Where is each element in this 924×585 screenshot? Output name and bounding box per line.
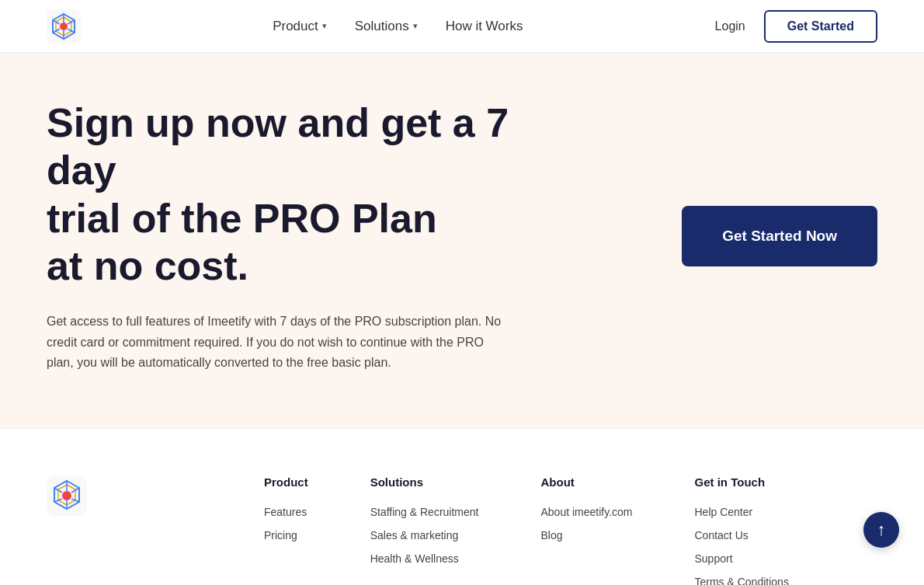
footer-top: Product Features Pricing Solutions Staff… (47, 475, 877, 585)
footer-link-help-center[interactable]: Help Center (695, 506, 789, 518)
footer: Product Features Pricing Solutions Staff… (0, 428, 924, 585)
nav-item-how-it-works[interactable]: How it Works (446, 19, 523, 34)
footer-col-product-heading: Product (264, 475, 308, 489)
footer-touch-list: Help Center Contact Us Support Terms & C… (695, 506, 789, 585)
footer-link-about-imeetify[interactable]: About imeetify.com (540, 506, 632, 518)
hero-heading: Sign up now and get a 7 day trial of the… (47, 99, 575, 290)
nav-item-product[interactable]: Product ▾ (273, 19, 327, 34)
footer-solutions-list: Staffing & Recruitment Sales & marketing… (370, 506, 479, 565)
footer-col-about: About About imeetify.com Blog (540, 475, 632, 585)
footer-link-health[interactable]: Health & Wellness (370, 552, 479, 565)
footer-link-terms[interactable]: Terms & Conditions (695, 576, 789, 585)
footer-link-blog[interactable]: Blog (540, 529, 632, 541)
svg-point-3 (60, 23, 68, 30)
hero-cta-button[interactable]: Get Started Now (682, 206, 877, 266)
footer-link-staffing[interactable]: Staffing & Recruitment (370, 506, 479, 518)
chevron-down-icon: ▾ (413, 21, 418, 31)
footer-col-solutions: Solutions Staffing & Recruitment Sales &… (370, 475, 479, 585)
login-button[interactable]: Login (715, 19, 745, 33)
nav-links: Product ▾ Solutions ▾ How it Works (273, 19, 523, 34)
footer-product-list: Features Pricing (264, 506, 308, 541)
scroll-to-top-button[interactable]: ↑ (863, 512, 899, 548)
footer-col-get-in-touch: Get in Touch Help Center Contact Us Supp… (695, 475, 789, 585)
footer-col-touch-heading: Get in Touch (695, 475, 789, 489)
nav-actions: Login Get Started (715, 10, 877, 43)
get-started-button[interactable]: Get Started (764, 10, 877, 43)
footer-link-pricing[interactable]: Pricing (264, 529, 308, 541)
chevron-down-icon: ▾ (322, 21, 327, 31)
footer-link-contact-us[interactable]: Contact Us (695, 529, 789, 541)
footer-logo-column (47, 475, 217, 585)
hero-text: Sign up now and get a 7 day trial of the… (47, 99, 575, 374)
footer-link-features[interactable]: Features (264, 506, 308, 518)
footer-col-product: Product Features Pricing (264, 475, 308, 585)
hero-section: Sign up now and get a 7 day trial of the… (0, 53, 924, 428)
footer-link-support[interactable]: Support (695, 552, 789, 565)
nav-logo[interactable] (47, 9, 81, 44)
footer-about-list: About imeetify.com Blog (540, 506, 632, 541)
svg-point-13 (62, 491, 71, 500)
logo-icon (47, 9, 81, 44)
hero-subtext: Get access to full features of Imeetify … (47, 312, 512, 373)
footer-columns: Product Features Pricing Solutions Staff… (264, 475, 877, 585)
footer-logo-icon (47, 475, 87, 516)
nav-item-solutions[interactable]: Solutions ▾ (355, 19, 418, 34)
footer-link-sales[interactable]: Sales & marketing (370, 529, 479, 541)
footer-col-about-heading: About (540, 475, 632, 489)
navbar: Product ▾ Solutions ▾ How it Works Login… (0, 0, 924, 53)
footer-col-solutions-heading: Solutions (370, 475, 479, 489)
